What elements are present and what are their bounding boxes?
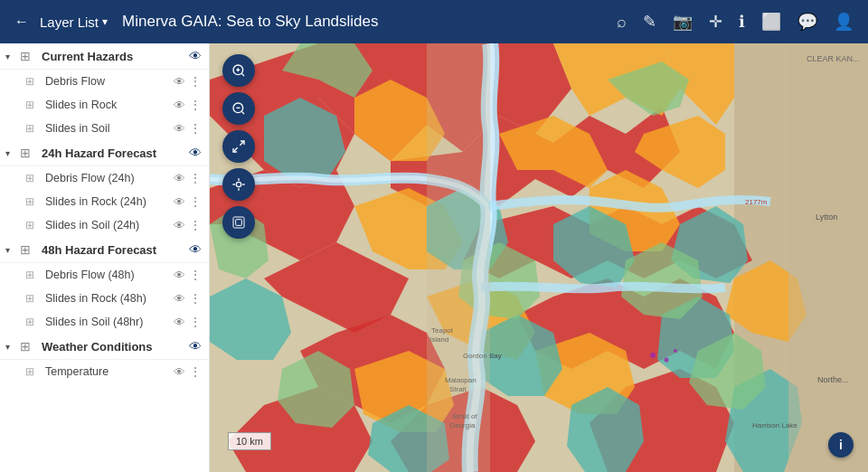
layer-slides-soil[interactable]: ⊞ Slides in Soil 👁 ⋮ xyxy=(0,117,209,140)
layer-label: Temperature xyxy=(45,365,174,378)
back-button[interactable]: ← xyxy=(14,14,29,30)
search-icon[interactable]: ⌕ xyxy=(617,13,627,32)
group-current-hazards[interactable]: ▾ ⊞ Current Hazards 👁 xyxy=(0,43,209,70)
app-header: ← Layer List ▾ Minerva GAIA: Sea to Sky … xyxy=(0,0,868,43)
layer-more-icon[interactable]: ⋮ xyxy=(189,74,202,89)
group-label: 24h Hazard Forecast xyxy=(42,146,189,160)
svg-text:Lytton: Lytton xyxy=(816,212,837,222)
scale-bar: 10 km xyxy=(228,432,271,450)
chevron-icon: ▾ xyxy=(5,52,20,61)
zoom-in-button[interactable] xyxy=(222,54,255,87)
layer-debris-flow-48h[interactable]: ⊞ Debris Flow (48h) 👁 ⋮ xyxy=(0,263,209,287)
layer-thumb-icon: ⊞ xyxy=(25,195,42,208)
layer-eye-icon[interactable]: 👁 xyxy=(174,99,185,112)
scale-label: 10 km xyxy=(236,436,263,447)
header-title: Minerva GAIA: Sea to Sky Landslides xyxy=(122,13,617,31)
svg-text:Harrison Lake: Harrison Lake xyxy=(752,421,797,430)
layer-eye-icon[interactable]: 👁 xyxy=(174,316,185,329)
layer-more-icon[interactable]: ⋮ xyxy=(189,268,202,282)
layer-thumb-icon: ⊞ xyxy=(25,316,42,328)
svg-rect-52 xyxy=(427,43,490,472)
layer-slides-soil-48h[interactable]: ⊞ Slides in Soil (48hr) 👁 ⋮ xyxy=(0,310,209,334)
layer-more-icon[interactable]: ⋮ xyxy=(189,121,202,136)
group-weather-conditions[interactable]: ▾ ⊞ Weather Conditions 👁 xyxy=(0,334,209,360)
layer-label: Slides in Rock (24h) xyxy=(45,195,174,208)
layer-actions: 👁 ⋮ xyxy=(174,218,202,232)
layer-thumb-icon: ⊞ xyxy=(25,122,42,135)
layer-more-icon[interactable]: ⋮ xyxy=(189,291,202,306)
layer-actions: 👁 ⋮ xyxy=(174,121,202,136)
layer-eye-icon[interactable]: 👁 xyxy=(174,269,185,282)
layer-thumb-icon: ⊞ xyxy=(25,172,42,184)
layer-thumb-icon: ⊞ xyxy=(25,219,42,231)
display-icon[interactable]: ⬜ xyxy=(761,12,781,32)
svg-text:Northe...: Northe... xyxy=(817,375,849,384)
layer-debris-flow[interactable]: ⊞ Debris Flow 👁 ⋮ xyxy=(0,70,209,93)
fullscreen-button[interactable] xyxy=(222,130,255,163)
layer-thumb-icon: ⊞ xyxy=(25,269,42,281)
pen-icon[interactable]: ✎ xyxy=(643,12,656,32)
layer-slides-rock-24h[interactable]: ⊞ Slides in Rock (24h) 👁 ⋮ xyxy=(0,190,209,213)
dropdown-icon[interactable]: ▾ xyxy=(102,15,108,28)
layer-more-icon[interactable]: ⋮ xyxy=(189,364,202,379)
visibility-icon[interactable]: 👁 xyxy=(189,146,202,160)
layer-label: Slides in Rock (48h) xyxy=(45,292,174,305)
layer-more-icon[interactable]: ⋮ xyxy=(189,194,202,209)
info-circle-icon[interactable]: ℹ xyxy=(739,12,745,32)
layer-eye-icon[interactable]: 👁 xyxy=(174,172,185,185)
visibility-icon[interactable]: 👁 xyxy=(189,49,202,63)
layer-more-icon[interactable]: ⋮ xyxy=(189,315,202,329)
back-icon: ← xyxy=(14,14,29,30)
svg-point-56 xyxy=(674,349,677,353)
layer-thumb-icon: ⊞ xyxy=(25,99,42,111)
layer-eye-icon[interactable]: 👁 xyxy=(174,195,185,209)
layer-slides-rock-48h[interactable]: ⊞ Slides in Rock (48h) 👁 ⋮ xyxy=(0,287,209,310)
layer-panel: ▾ ⊞ Current Hazards 👁 ⊞ Debris Flow 👁 ⋮ … xyxy=(0,43,210,472)
visibility-icon[interactable]: 👁 xyxy=(189,339,202,354)
layer-more-icon[interactable]: ⋮ xyxy=(189,98,202,112)
header-toolbar: ⌕ ✎ 📷 ✛ ℹ ⬜ 💬 👤 xyxy=(617,12,854,32)
layer-debris-flow-24h[interactable]: ⊞ Debris Flow (24h) 👁 ⋮ xyxy=(0,166,209,190)
layer-eye-icon[interactable]: 👁 xyxy=(174,292,185,306)
svg-line-65 xyxy=(240,141,244,146)
group-label: 48h Hazard Forecast xyxy=(42,243,189,257)
layer-more-icon[interactable]: ⋮ xyxy=(189,171,202,185)
layer-eye-icon[interactable]: 👁 xyxy=(174,365,185,379)
layer-slides-soil-24h[interactable]: ⊞ Slides in Soil (24h) 👁 ⋮ xyxy=(0,213,209,237)
svg-point-67 xyxy=(236,182,241,186)
layer-label: Debris Flow (48h) xyxy=(45,269,174,281)
svg-rect-73 xyxy=(236,220,242,226)
layer-thumb-icon: ⊞ xyxy=(25,292,42,305)
map-view[interactable]: CLEAR KAN... Lytton Northe... Teapot Isl… xyxy=(210,43,868,472)
layer-actions: 👁 ⋮ xyxy=(174,291,202,306)
layer-actions: 👁 ⋮ xyxy=(174,315,202,329)
layer-actions: 👁 ⋮ xyxy=(174,98,202,112)
crosshair-icon[interactable]: ✛ xyxy=(709,12,722,32)
layer-temperature[interactable]: ⊞ Temperature 👁 ⋮ xyxy=(0,360,209,383)
layer-eye-icon[interactable]: 👁 xyxy=(174,122,185,136)
layers-icon: ⊞ xyxy=(20,339,38,354)
chevron-icon: ▾ xyxy=(5,148,20,158)
visibility-icon[interactable]: 👁 xyxy=(189,242,202,257)
zoom-out-button[interactable] xyxy=(222,92,255,125)
layer-more-icon[interactable]: ⋮ xyxy=(189,218,202,232)
layers-icon: ⊞ xyxy=(20,49,38,63)
location-button[interactable] xyxy=(222,168,255,201)
camera-icon[interactable]: 📷 xyxy=(673,12,693,32)
layer-slides-rock[interactable]: ⊞ Slides in Rock 👁 ⋮ xyxy=(0,93,209,117)
layer-actions: 👁 ⋮ xyxy=(174,171,202,185)
svg-line-66 xyxy=(233,147,238,152)
group-24h-hazard[interactable]: ▾ ⊞ 24h Hazard Forecast 👁 xyxy=(0,140,209,166)
layer-list-label[interactable]: Layer List xyxy=(40,14,99,30)
layers-button[interactable] xyxy=(222,206,255,239)
layer-actions: 👁 ⋮ xyxy=(174,74,202,89)
map-toolbar xyxy=(222,54,255,239)
account-icon[interactable]: 👤 xyxy=(834,12,854,32)
group-48h-hazard[interactable]: ▾ ⊞ 48h Hazard Forecast 👁 xyxy=(0,237,209,263)
map-info-button[interactable]: i xyxy=(828,432,854,458)
svg-line-63 xyxy=(241,111,244,114)
layer-eye-icon[interactable]: 👁 xyxy=(174,219,185,232)
layer-eye-icon[interactable]: 👁 xyxy=(174,75,185,89)
map-canvas[interactable]: CLEAR KAN... Lytton Northe... Teapot Isl… xyxy=(210,43,868,472)
speech-icon[interactable]: 💬 xyxy=(797,12,817,32)
